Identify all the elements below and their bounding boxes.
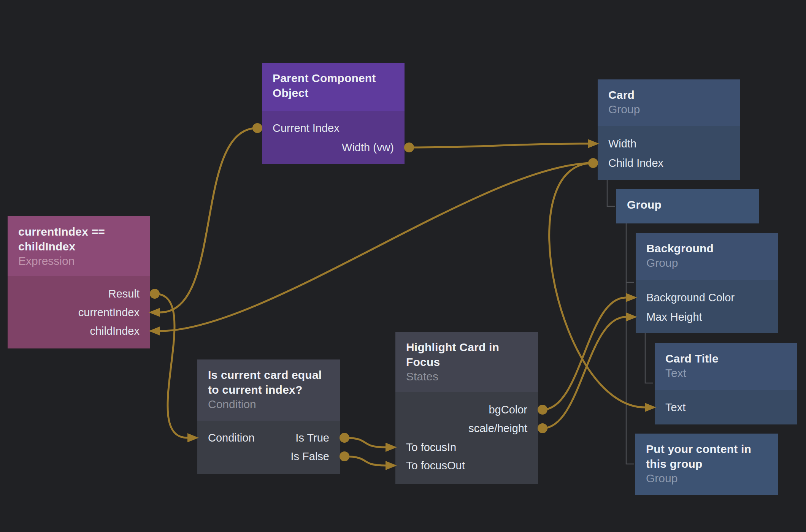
port-circle-scale_height[interactable] [538, 423, 547, 433]
port-label-condition_in[interactable]: Condition [208, 432, 255, 444]
port-label-current_index[interactable]: Current Index [273, 122, 340, 135]
node-subtitle: Group [646, 471, 768, 486]
port-label-childIndex[interactable]: childIndex [90, 325, 140, 337]
node-header[interactable]: BackgroundGroup [636, 233, 778, 280]
port-circle-current_index[interactable] [252, 123, 262, 133]
node-highlight[interactable]: Highlight Card in FocusStatesbgColorscal… [395, 332, 538, 484]
port-label-currentIndex[interactable]: currentIndex [78, 306, 140, 319]
port-label-is_true[interactable]: Is True [295, 432, 329, 444]
node-header[interactable]: Parent Component Object [262, 63, 405, 111]
node-expression[interactable]: currentIndex == childIndexExpressionResu… [8, 216, 150, 348]
port-circle-result[interactable] [150, 289, 160, 299]
wire-child_index-to-childIndex[interactable] [160, 163, 593, 331]
wire-scale_height-to-max_height[interactable] [543, 317, 626, 428]
node-subtitle: Group [646, 256, 768, 270]
hierarchy-connector-line [607, 180, 615, 206]
node-title: Background [646, 241, 768, 256]
node-group[interactable]: Group [616, 189, 759, 223]
wire-result-to-condition_in[interactable] [155, 294, 187, 438]
hierarchy-connector-line [645, 333, 653, 383]
port-label-background_color[interactable]: Background Color [646, 291, 735, 304]
node-header[interactable]: Is current card equal to current index?C… [197, 359, 340, 421]
port-circle-is_true[interactable] [340, 433, 349, 443]
node-parent[interactable]: Parent Component ObjectCurrent IndexWidt… [262, 63, 405, 164]
wire-current_index-to-currentIndex[interactable] [160, 128, 257, 312]
port-label-width_vw[interactable]: Width (vw) [342, 141, 394, 154]
port-label-scale_height[interactable]: scale/height [468, 422, 527, 435]
node-card_title[interactable]: Card TitleTextText [655, 343, 797, 424]
port-label-to_focusout[interactable]: To focusOut [406, 459, 465, 472]
node-background[interactable]: BackgroundGroupBackground ColorMax Heigh… [636, 233, 778, 333]
port-label-max_height[interactable]: Max Height [646, 311, 702, 323]
node-title: Card [608, 87, 730, 102]
port-label-child_index[interactable]: Child Index [608, 157, 663, 169]
node-title: Is current card equal to current index? [208, 367, 329, 397]
node-graph-canvas[interactable]: Parent Component ObjectCurrent IndexWidt… [0, 0, 806, 532]
node-subtitle: States [406, 369, 527, 384]
node-subtitle: Expression [18, 254, 140, 268]
port-circle-width_vw[interactable] [404, 142, 414, 152]
port-arrow-childIndex[interactable] [149, 326, 160, 336]
port-circle-bgcolor[interactable] [538, 405, 547, 415]
hierarchy-connector-line [626, 223, 634, 464]
wire-bgcolor-to-background_color[interactable] [543, 298, 626, 410]
node-header[interactable]: Put your content in this groupGroup [635, 434, 778, 495]
node-subtitle: Condition [208, 397, 329, 412]
wire-width_vw-to-width[interactable] [409, 144, 588, 147]
node-title: Group [627, 197, 748, 212]
node-card[interactable]: CardGroupWidthChild Index [598, 79, 740, 180]
node-subtitle: Text [665, 366, 787, 380]
port-label-result[interactable]: Result [108, 288, 140, 300]
port-arrow-currentIndex[interactable] [149, 308, 160, 317]
node-title: Highlight Card in Focus [406, 340, 527, 369]
port-label-bgcolor[interactable]: bgColor [489, 404, 527, 416]
node-title: Put your content in this group [646, 442, 768, 471]
port-circle-is_false[interactable] [340, 451, 349, 461]
node-title: currentIndex == childIndex [18, 224, 140, 254]
wire-is_true-to-to_focusin[interactable] [344, 438, 386, 447]
port-label-width[interactable]: Width [608, 138, 636, 150]
node-condition[interactable]: Is current card equal to current index?C… [197, 359, 340, 474]
node-subtitle: Group [608, 102, 730, 117]
node-header[interactable]: currentIndex == childIndexExpression [8, 216, 150, 276]
port-circle-child_index[interactable] [588, 158, 598, 168]
node-title: Parent Component Object [273, 71, 394, 100]
node-put_group[interactable]: Put your content in this groupGroup [635, 434, 778, 495]
node-header[interactable]: CardGroup [598, 79, 740, 126]
wire-is_false-to-to_focusout[interactable] [344, 456, 386, 466]
node-header[interactable]: Group [616, 189, 759, 223]
port-label-to_focusin[interactable]: To focusIn [406, 441, 456, 454]
port-label-is_false[interactable]: Is False [290, 450, 329, 463]
node-header[interactable]: Highlight Card in FocusStates [395, 332, 538, 392]
node-header[interactable]: Card TitleText [655, 343, 797, 390]
node-title: Card Title [665, 351, 787, 366]
port-label-text[interactable]: Text [665, 401, 685, 414]
